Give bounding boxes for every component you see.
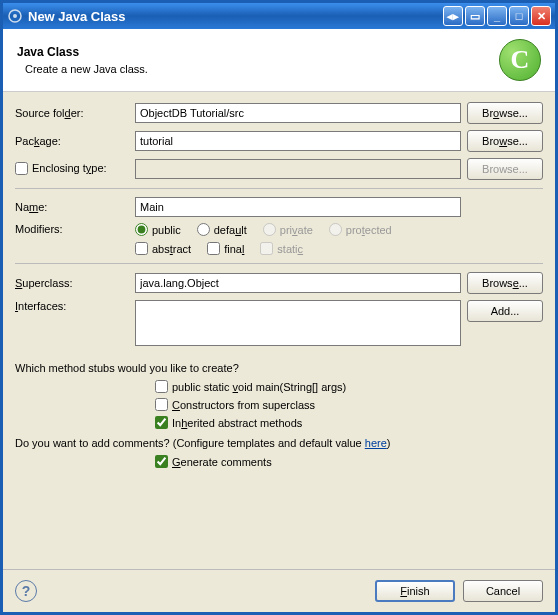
modifier-abstract-checkbox[interactable]: abstract bbox=[135, 242, 191, 255]
dialog-window: New Java Class ◂▸ ▭ _ □ ✕ Java Class Cre… bbox=[0, 0, 558, 615]
superclass-browse-button[interactable]: Browse... bbox=[467, 272, 543, 294]
generate-comments-checkbox[interactable]: Generate comments bbox=[155, 455, 272, 468]
app-icon bbox=[7, 8, 23, 24]
modifier-final-checkbox[interactable]: final bbox=[207, 242, 244, 255]
titlebar: New Java Class ◂▸ ▭ _ □ ✕ bbox=[3, 3, 555, 29]
modifier-default-radio[interactable]: default bbox=[197, 223, 247, 236]
superclass-label: Superclass: bbox=[15, 277, 135, 289]
superclass-input[interactable] bbox=[135, 273, 461, 293]
interfaces-label: Interfaces: bbox=[15, 300, 135, 312]
titlebar-restore-button[interactable]: ▭ bbox=[465, 6, 485, 26]
source-folder-label: Source folder: bbox=[15, 107, 135, 119]
enclosing-type-browse-button: Browse... bbox=[467, 158, 543, 180]
maximize-button[interactable]: □ bbox=[509, 6, 529, 26]
separator bbox=[15, 263, 543, 264]
class-icon: C bbox=[499, 39, 541, 81]
package-label: Package: bbox=[15, 135, 135, 147]
name-input[interactable] bbox=[135, 197, 461, 217]
finish-button[interactable]: Finish bbox=[375, 580, 455, 602]
titlebar-left-arrow-button[interactable]: ◂▸ bbox=[443, 6, 463, 26]
help-icon[interactable]: ? bbox=[15, 580, 37, 602]
source-folder-input[interactable] bbox=[135, 103, 461, 123]
header-pane: Java Class Create a new Java class. C bbox=[3, 29, 555, 92]
source-folder-browse-button[interactable]: Browse... bbox=[467, 102, 543, 124]
close-button[interactable]: ✕ bbox=[531, 6, 551, 26]
window-title: New Java Class bbox=[28, 9, 443, 24]
modifier-private-radio: private bbox=[263, 223, 313, 236]
stub-main-checkbox[interactable]: public static void main(String[] args) bbox=[155, 380, 543, 393]
package-input[interactable] bbox=[135, 131, 461, 151]
modifier-protected-radio: protected bbox=[329, 223, 392, 236]
interfaces-add-button[interactable]: Add... bbox=[467, 300, 543, 322]
header-subtitle: Create a new Java class. bbox=[17, 63, 499, 75]
button-bar: ? Finish Cancel bbox=[3, 569, 555, 612]
minimize-button[interactable]: _ bbox=[487, 6, 507, 26]
stub-constructors-checkbox[interactable]: Constructors from superclass bbox=[155, 398, 543, 411]
modifier-static-checkbox: static bbox=[260, 242, 303, 255]
method-stubs-question: Which method stubs would you like to cre… bbox=[15, 362, 543, 374]
svg-point-1 bbox=[13, 14, 17, 18]
comments-question: Do you want to add comments? (Configure … bbox=[15, 437, 543, 449]
separator bbox=[15, 188, 543, 189]
form-content: Source folder: Browse... Package: Browse… bbox=[3, 92, 555, 569]
modifiers-label: Modifiers: bbox=[15, 223, 135, 235]
package-browse-button[interactable]: Browse... bbox=[467, 130, 543, 152]
stub-inherited-checkbox[interactable]: Inherited abstract methods bbox=[155, 416, 543, 429]
enclosing-type-input bbox=[135, 159, 461, 179]
name-label: Name: bbox=[15, 201, 135, 213]
cancel-button[interactable]: Cancel bbox=[463, 580, 543, 602]
configure-here-link[interactable]: here bbox=[365, 437, 387, 449]
modifier-public-radio[interactable]: public bbox=[135, 223, 181, 236]
enclosing-type-label: Enclosing type: bbox=[15, 162, 135, 177]
enclosing-type-checkbox[interactable] bbox=[15, 162, 28, 175]
header-title: Java Class bbox=[17, 45, 499, 59]
interfaces-listbox[interactable] bbox=[135, 300, 461, 346]
